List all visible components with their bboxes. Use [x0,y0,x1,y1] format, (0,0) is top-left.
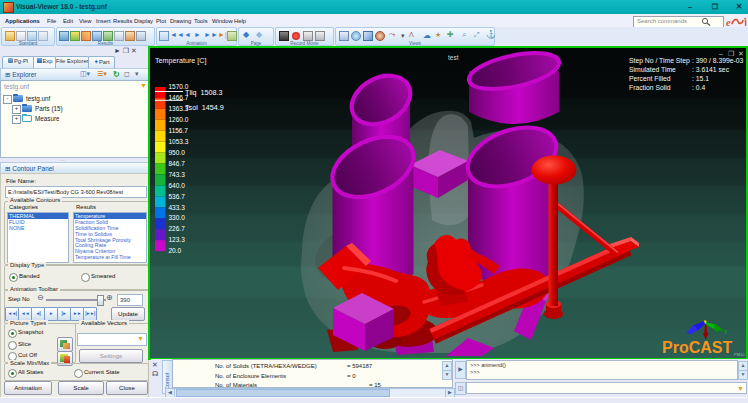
svg-text:1156.7: 1156.7 [169,127,189,134]
svg-text:ProCAST: ProCAST [662,339,732,356]
svg-text:846.7: 846.7 [169,160,186,167]
svg-text:Simulated Time: Simulated Time [629,66,676,73]
svg-text:Step No / Time Step: Step No / Time Step [629,57,690,65]
svg-text:1053.3: 1053.3 [169,138,189,145]
svg-text:Temperature [C]: Temperature [C] [155,56,207,65]
svg-text:Tsol 1454.9: Tsol 1454.9 [185,103,224,112]
svg-text:536.7: 536.7 [169,193,186,200]
svg-text:–: – [719,50,723,57]
svg-text:950.0: 950.0 [169,149,186,156]
svg-text:433.3: 433.3 [169,204,186,211]
svg-text:: 0.4: : 0.4 [692,84,705,91]
svg-text:20.0: 20.0 [169,247,182,254]
svg-text:123.3: 123.3 [169,236,186,243]
svg-text:Percent Filled: Percent Filled [629,75,671,82]
svg-text:test: test [448,54,459,61]
svg-text:640.0: 640.0 [169,182,186,189]
svg-text:Tliq 1508.3: Tliq 1508.3 [185,88,223,97]
svg-text:e: e [726,17,731,28]
svg-text:1260.0: 1260.0 [169,116,189,123]
svg-text:: 3.6141 sec: : 3.6141 sec [692,66,730,73]
svg-text:❐: ❐ [728,50,734,57]
svg-text:: 15.1: : 15.1 [692,75,709,82]
svg-text:743.3: 743.3 [169,171,186,178]
svg-text:226.7: 226.7 [169,225,186,232]
svg-text:✕: ✕ [738,50,744,57]
svg-text:PM10: PM10 [734,352,745,357]
svg-text:Fraction Solid: Fraction Solid [629,84,671,91]
svg-text:330.0: 330.0 [169,214,186,221]
svg-text:: 390 / 8.399e-03: : 390 / 8.399e-03 [692,57,744,64]
